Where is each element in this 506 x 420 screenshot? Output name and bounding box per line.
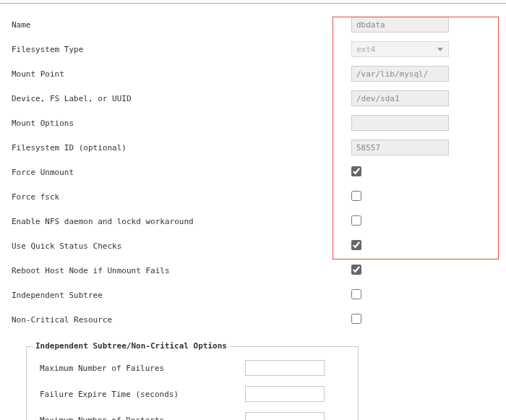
mount-options-input[interactable] — [351, 115, 449, 131]
mount-point-label: Mount Point — [12, 69, 351, 79]
failure-expire-input[interactable] — [245, 386, 325, 402]
max-restarts-label: Maximum Number of Restarts — [35, 416, 245, 421]
max-failures-input[interactable] — [245, 360, 325, 376]
independent-subtree-checkbox[interactable] — [351, 289, 361, 299]
mount-options-label: Mount Options — [12, 119, 351, 128]
fs-id-input[interactable] — [351, 140, 449, 155]
fs-id-label: Filesystem ID (optional) — [12, 143, 351, 153]
device-label: Device, FS Label, or UUID — [12, 94, 351, 103]
quick-status-checkbox[interactable] — [351, 240, 361, 250]
force-fsck-checkbox[interactable] — [351, 191, 361, 201]
max-restarts-input[interactable] — [245, 412, 325, 420]
nfs-workaround-label: Enable NFS daemon and lockd workaround — [12, 217, 351, 226]
subtree-options-group: Independent Subtree/Non-Critical Options… — [26, 346, 359, 420]
force-unmount-label: Force Unmount — [12, 168, 351, 177]
name-input[interactable] — [351, 17, 449, 33]
device-input[interactable] — [351, 90, 449, 106]
max-failures-label: Maximum Number of Failures — [35, 364, 245, 373]
subtree-options-title: Independent Subtree/Non-Critical Options — [33, 341, 230, 351]
fs-type-select[interactable]: ext4 — [351, 41, 449, 57]
reboot-host-checkbox[interactable] — [351, 265, 361, 275]
name-label: Name — [12, 20, 351, 30]
force-fsck-label: Force fsck — [12, 192, 351, 202]
fs-type-label: Filesystem Type — [12, 45, 351, 54]
non-critical-label: Non-Critical Resource — [12, 315, 351, 325]
nfs-workaround-checkbox[interactable] — [351, 215, 361, 226]
mount-point-input[interactable] — [351, 66, 449, 82]
independent-subtree-label: Independent Subtree — [12, 291, 351, 300]
force-unmount-checkbox[interactable] — [351, 166, 361, 176]
filesystem-form: Name Filesystem Type ext4 Mount Point De… — [0, 4, 506, 420]
non-critical-checkbox[interactable] — [351, 314, 361, 324]
reboot-host-label: Reboot Host Node if Unmount Fails — [12, 266, 351, 275]
quick-status-label: Use Quick Status Checks — [12, 241, 351, 251]
failure-expire-label: Failure Expire Time (seconds) — [35, 390, 245, 399]
